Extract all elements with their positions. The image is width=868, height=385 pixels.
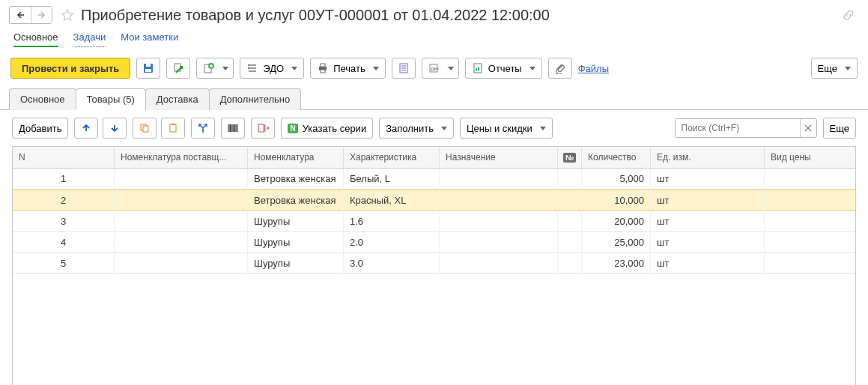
cell-no[interactable] [558,169,582,190]
cell-n[interactable]: 4 [13,232,115,253]
move-up-button[interactable] [74,118,98,139]
vat-button[interactable] [392,58,416,79]
cell-nom-supplier[interactable] [115,211,248,232]
back-button[interactable] [10,7,31,23]
table-more-button[interactable]: Еще [823,118,856,139]
cell-no[interactable] [558,211,582,232]
cell-price-type[interactable] [765,211,856,232]
col-header-nom[interactable]: Номенклатура [248,147,344,169]
arrow-up-icon [81,123,91,133]
import-button[interactable] [251,118,275,139]
cell-nom-supplier[interactable] [115,253,248,274]
col-header-nom-supplier[interactable]: Номенклатура поставщ... [115,147,248,169]
cell-qty[interactable]: 23,000 [582,253,651,274]
cell-char[interactable]: Красный, XL [344,190,440,211]
col-header-no[interactable]: № [558,147,582,169]
dt-kt-button[interactable]: ДтКт [422,58,459,79]
cell-qty[interactable]: 25,000 [582,232,651,253]
cell-price-type[interactable] [765,169,856,190]
series-button[interactable]: N Указать серии [281,118,373,139]
post-button[interactable] [166,58,190,79]
cell-unit[interactable]: шт [651,232,765,253]
cell-unit[interactable]: шт [651,211,765,232]
reports-button[interactable]: Отчеты [465,58,542,79]
search-box [675,118,817,138]
cell-char[interactable]: Белый, L [344,169,440,190]
cell-qty[interactable]: 20,000 [582,211,651,232]
favorite-icon[interactable] [60,7,75,22]
col-header-unit[interactable]: Ед. изм. [651,147,765,169]
cell-nom-supplier[interactable] [115,190,248,211]
cell-char[interactable]: 3.0 [344,253,440,274]
more-button[interactable]: Еще [811,58,858,79]
dt-kt-icon: ДтКт [428,62,440,74]
submit-close-button[interactable]: Провести и закрыть [10,58,130,79]
cell-nom-supplier[interactable] [115,169,248,190]
copy-button[interactable] [133,118,157,139]
move-down-button[interactable] [103,118,127,139]
add-row-button[interactable]: Добавить [12,118,68,139]
cell-qty[interactable]: 5,000 [582,169,651,190]
import-icon [257,123,269,133]
cell-no[interactable] [558,190,582,211]
col-header-char[interactable]: Характеристика [344,147,440,169]
cell-nom-supplier[interactable] [115,232,248,253]
col-header-qty[interactable]: Количество [582,147,651,169]
cell-no[interactable] [558,253,582,274]
barcode-button[interactable] [221,118,245,139]
arrow-down-icon [109,123,120,133]
cell-unit[interactable]: шт [651,169,765,190]
create-based-button[interactable] [196,58,234,79]
edo-button[interactable]: ЭДО [240,58,304,79]
attach-button[interactable] [548,58,572,79]
cell-assign[interactable] [440,190,558,211]
col-header-n[interactable]: N [13,147,115,169]
cell-nom[interactable]: Ветровка женская [248,190,344,211]
cell-assign[interactable] [440,232,558,253]
fill-button[interactable]: Заполнить [379,118,454,139]
cell-char[interactable]: 2.0 [344,232,440,253]
print-button[interactable]: Печать [310,58,386,79]
col-header-price-type[interactable]: Вид цены [765,147,856,169]
edo-icon [246,62,258,74]
cell-unit[interactable]: шт [651,253,765,274]
paste-button[interactable] [161,118,185,139]
cell-nom[interactable]: Ветровка женская [248,169,344,190]
clear-search-button[interactable] [800,119,816,137]
tab-tovary[interactable]: Товары (5) [76,88,146,110]
permalink-icon[interactable] [841,7,856,22]
cell-n[interactable]: 2 [13,190,115,211]
prices-button[interactable]: Цены и скидки [460,118,553,139]
cell-price-type[interactable] [765,190,856,211]
cell-char[interactable]: 1.6 [344,211,440,232]
search-input[interactable] [676,119,800,137]
subnav-notes[interactable]: Мои заметки [121,31,178,47]
distribute-button[interactable] [191,118,215,139]
col-header-assign[interactable]: Назначение [440,147,558,169]
cell-assign[interactable] [440,169,558,190]
cell-nom[interactable]: Шурупы [248,232,344,253]
tab-osnovnoe[interactable]: Основное [9,88,76,110]
cell-assign[interactable] [440,253,558,274]
forward-button[interactable] [31,7,52,23]
cell-unit[interactable]: шт [651,190,765,211]
tab-dop[interactable]: Дополнительно [209,88,302,110]
save-button[interactable] [136,58,160,79]
print-icon [317,62,329,74]
close-icon [804,124,812,132]
cell-nom[interactable]: Шурупы [248,253,344,274]
files-link[interactable]: Файлы [578,63,609,74]
tab-dostavka[interactable]: Доставка [145,88,210,110]
cell-assign[interactable] [440,211,558,232]
subnav-main[interactable]: Основное [13,31,58,47]
svg-point-7 [248,67,249,69]
cell-nom[interactable]: Шурупы [248,211,344,232]
cell-no[interactable] [558,232,582,253]
cell-n[interactable]: 3 [13,211,115,232]
cell-n[interactable]: 5 [13,253,115,274]
cell-price-type[interactable] [765,232,856,253]
cell-n[interactable]: 1 [13,169,115,190]
cell-price-type[interactable] [765,253,856,274]
cell-qty[interactable]: 10,000 [582,190,651,211]
subnav-tasks[interactable]: Задачи [73,31,106,47]
